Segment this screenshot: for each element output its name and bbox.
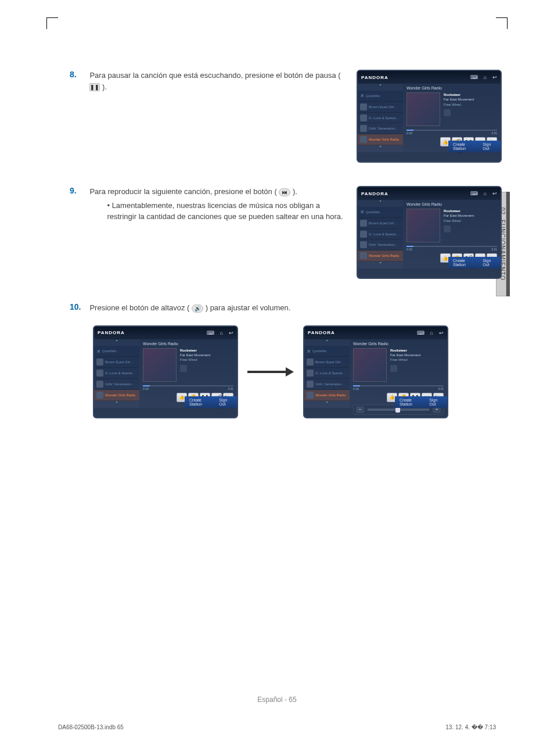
station-item-selected[interactable]: Wonder Girls Radio	[94, 390, 139, 401]
cart-icon[interactable]	[390, 365, 397, 372]
scroll-up-icon[interactable]: ˄	[304, 339, 350, 346]
artist-name: Far East Movement	[390, 353, 420, 357]
station-item[interactable]: Girls' Generation…	[304, 379, 350, 390]
scroll-up-icon[interactable]: ˄	[358, 200, 403, 207]
album-name: Free Wired	[444, 218, 474, 223]
station-item[interactable]: Girls' Generation…	[94, 379, 139, 390]
signout-link[interactable]: Sign Out	[429, 398, 443, 406]
print-footer: DA68-02500B-13.indb 65 13. 12. 4. �� 7:1…	[58, 724, 496, 730]
pandora-logo: PANDORA	[98, 330, 125, 335]
station-item[interactable]: Girls' Generation…	[358, 123, 403, 134]
home-icon[interactable]: ⌂	[430, 330, 433, 336]
station-item-selected[interactable]: Wonder Girls Radio	[304, 390, 350, 401]
signout-link[interactable]: Sign Out	[219, 398, 232, 406]
step-text: Presione el botón de altavoz ( 🔊 ) para …	[89, 302, 290, 314]
station-item[interactable]: Brown Eyed Girl…	[94, 357, 139, 368]
radio-title: Wonder Girls Radio	[353, 342, 444, 346]
next-icon: ⏭	[279, 188, 290, 196]
crop-mark	[496, 17, 508, 29]
album-art	[143, 348, 177, 382]
album-art	[406, 92, 440, 126]
step-text: Para reproducir la siguiente canción, pr…	[89, 186, 344, 223]
station-item[interactable]: Girls' Generation…	[358, 239, 403, 250]
keyboard-icon[interactable]: ⌨	[417, 330, 425, 336]
home-icon[interactable]: ⌂	[484, 191, 487, 196]
artist-name: Far East Movement	[444, 97, 474, 102]
home-icon[interactable]: ⌂	[220, 330, 223, 336]
time-elapsed: 0:18	[406, 248, 412, 251]
cart-icon[interactable]	[180, 365, 187, 372]
home-icon[interactable]: ⌂	[484, 74, 487, 80]
station-item-selected[interactable]: Wonder Girls Radio	[358, 134, 403, 145]
create-station-link[interactable]: Create Station	[189, 398, 211, 406]
volume-track[interactable]	[368, 409, 429, 411]
progress-bar[interactable]	[406, 130, 497, 131]
screenshot-pandora-volume-after: PANDORA ⌨ ⌂ ↩ ˄ ⤮QuickMix Brown Eyed Gir…	[303, 325, 448, 418]
station-item[interactable]: Brown Eyed Girl…	[304, 357, 350, 368]
progress-bar[interactable]	[406, 246, 497, 247]
keyboard-icon[interactable]: ⌨	[207, 330, 214, 336]
screenshot-pandora-volume-before: PANDORA ⌨ ⌂ ↩ ˄ ⤮QuickMix Brown Eyed Gir…	[93, 325, 238, 418]
create-station-link[interactable]: Create Station	[400, 398, 421, 406]
create-station-link[interactable]: Create Station	[453, 142, 474, 151]
progress-bar[interactable]	[143, 385, 233, 386]
artist-name: Far East Movement	[444, 213, 474, 218]
cart-icon[interactable]	[444, 225, 451, 232]
cart-icon[interactable]	[444, 109, 451, 116]
back-icon[interactable]: ↩	[492, 74, 497, 80]
arrow-icon	[247, 367, 294, 377]
station-sidebar: ˄ ⤮QuickMix Brown Eyed Girl… G. Love & S…	[304, 339, 350, 408]
step-text: Para pausar la canción que está escuchan…	[89, 70, 344, 92]
crop-mark	[46, 17, 58, 29]
scroll-up-icon[interactable]: ˄	[358, 84, 403, 91]
progress-bar[interactable]	[353, 385, 444, 386]
station-sidebar: ˄ ⤮QuickMix Brown Eyed Girl… G. Love & S…	[358, 200, 403, 268]
pandora-logo: PANDORA	[361, 191, 388, 196]
screenshot-pandora-pause: PANDORA ⌨ ⌂ ↩ ˄ ⤮QuickMix Brown Eyed Gir…	[357, 70, 502, 163]
step-bullet: Lamentablemente, nuestras licencias de m…	[107, 200, 344, 223]
station-item[interactable]: G. Love & Specia…	[304, 368, 350, 379]
radio-title: Wonder Girls Radio	[143, 342, 233, 346]
station-sidebar: ˄ ⤮QuickMix Brown Eyed Girl… G. Love & S…	[358, 84, 403, 152]
quickmix-item[interactable]: ⤮QuickMix	[304, 346, 350, 357]
keyboard-icon[interactable]: ⌨	[470, 74, 478, 80]
station-item[interactable]: Brown Eyed Girl…	[358, 218, 403, 229]
scroll-down-icon[interactable]: ˅	[94, 401, 139, 408]
keyboard-icon[interactable]: ⌨	[470, 191, 478, 196]
scroll-down-icon[interactable]: ˅	[358, 145, 403, 152]
station-item[interactable]: G. Love & Specia…	[358, 229, 403, 240]
pandora-footer: Create Station Sign Out	[448, 141, 501, 152]
time-total: 3:31	[438, 387, 444, 390]
quickmix-item[interactable]: ⤮QuickMix	[358, 91, 403, 102]
screenshot-pandora-next: PANDORA ⌨ ⌂ ↩ ˄ ⤮QuickMix Brown Eyed Gir…	[357, 186, 502, 279]
scroll-down-icon[interactable]: ˅	[304, 401, 350, 408]
step-9: 9. Para reproducir la siguiente canción,…	[70, 186, 502, 279]
radio-title: Wonder Girls Radio	[406, 202, 497, 206]
volume-minus-button[interactable]: −	[356, 406, 364, 413]
scroll-down-icon[interactable]: ˅	[358, 261, 403, 268]
quickmix-item[interactable]: ⤮QuickMix	[94, 346, 139, 357]
step-number: 10.	[70, 302, 87, 311]
print-footer-right: 13. 12. 4. �� 7:13	[445, 724, 496, 730]
page-footer: Español - 65	[0, 696, 554, 704]
create-station-link[interactable]: Create Station	[453, 259, 474, 267]
station-item[interactable]: Brown Eyed Girl…	[358, 102, 403, 113]
signout-link[interactable]: Sign Out	[483, 259, 496, 267]
scroll-up-icon[interactable]: ˄	[94, 339, 139, 346]
back-icon[interactable]: ↩	[492, 191, 497, 196]
back-icon[interactable]: ↩	[229, 330, 233, 336]
signout-link[interactable]: Sign Out	[483, 142, 496, 151]
album-art	[406, 209, 440, 242]
step-number: 9.	[70, 186, 87, 195]
step-8: 8. Para pausar la canción que está escuc…	[70, 70, 502, 163]
quickmix-item[interactable]: ⤮QuickMix	[358, 207, 403, 218]
page-content: 8. Para pausar la canción que está escuc…	[70, 70, 502, 418]
station-item-selected[interactable]: Wonder Girls Radio	[358, 250, 403, 261]
station-item[interactable]: G. Love & Specia…	[94, 368, 139, 379]
back-icon[interactable]: ↩	[439, 330, 444, 336]
time-elapsed: 0:18	[353, 387, 359, 390]
pandora-logo: PANDORA	[361, 75, 388, 80]
pandora-footer: Create Station Sign Out	[185, 396, 237, 408]
album-name: Free Wired	[180, 357, 210, 362]
station-item[interactable]: G. Love & Specia…	[358, 113, 403, 124]
